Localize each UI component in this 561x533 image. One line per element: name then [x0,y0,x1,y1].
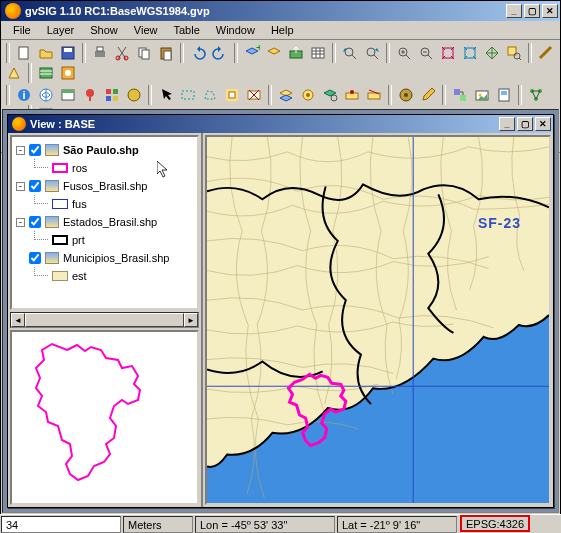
layer-label[interactable]: São Paulo.shp [63,144,139,156]
network-button[interactable] [526,85,546,105]
legend-swatch [52,235,68,245]
geoprocess-button[interactable] [396,85,416,105]
pan-button[interactable] [482,43,502,63]
view-minimize-button[interactable]: _ [499,117,515,131]
layer-visible-checkbox[interactable] [29,252,41,264]
layer-toc[interactable]: - São Paulo.shp ros - Fusos_B [10,135,199,310]
export-button[interactable] [286,43,306,63]
menu-show[interactable]: Show [82,22,126,38]
select-poly-button[interactable] [200,85,220,105]
undo-button[interactable] [188,43,208,63]
print-layout-button[interactable] [494,85,514,105]
minimize-button[interactable]: _ [506,4,522,18]
add-layer-button[interactable]: + [242,43,262,63]
layer-icon [45,216,59,228]
zoom-in-button[interactable] [394,43,414,63]
zoom-out-button[interactable] [416,43,436,63]
maximize-button[interactable]: ▢ [524,4,540,18]
layer-visible-checkbox[interactable] [29,216,41,228]
hyperlink-button[interactable] [36,85,56,105]
toc-layer-estados[interactable]: - Estados_Brasil.shp [16,213,193,231]
toc-layer-municipios[interactable]: Municipios_Brasil.shp [16,249,193,267]
tree-collapse-icon[interactable]: - [16,182,25,191]
info-button[interactable]: i [14,85,34,105]
measure-area-button[interactable] [4,63,24,83]
zoom-full-button[interactable] [438,43,458,63]
color-button[interactable] [124,85,144,105]
copy-button[interactable] [134,43,154,63]
menu-view[interactable]: View [126,22,166,38]
layer-visible-checkbox[interactable] [29,180,41,192]
svg-point-42 [306,93,310,97]
scroll-thumb[interactable] [25,313,184,327]
legend-label: ros [72,162,87,174]
svg-rect-37 [182,91,194,99]
clear-selection-button[interactable] [244,85,264,105]
toc-layer-sao-paulo[interactable]: - São Paulo.shp [16,141,193,159]
menu-window[interactable]: Window [208,22,263,38]
zoom-layer-button[interactable] [460,43,480,63]
invert-selection-button[interactable] [222,85,242,105]
layer-properties-button[interactable] [264,43,284,63]
select-by-point-button[interactable] [342,85,362,105]
export-image-button[interactable] [472,85,492,105]
edit-button[interactable] [418,85,438,105]
scale-input[interactable] [1,516,121,533]
menu-table[interactable]: Table [165,22,207,38]
redo-button[interactable] [210,43,230,63]
menu-layer[interactable]: Layer [39,22,83,38]
paste-button[interactable] [156,43,176,63]
svg-rect-31 [106,89,111,94]
catalog-button[interactable] [58,63,78,83]
pointer-button[interactable] [156,85,176,105]
svg-point-24 [65,70,71,76]
svg-point-30 [86,89,94,97]
svg-rect-33 [106,96,111,101]
table-button[interactable] [308,43,328,63]
toc-hscroll[interactable]: ◄ ► [10,312,199,328]
layer-visible-checkbox[interactable] [29,144,41,156]
toc-layer-fusos[interactable]: - Fusos_Brasil.shp [16,177,193,195]
layer-label[interactable]: Municipios_Brasil.shp [63,252,169,264]
svg-rect-2 [64,48,72,52]
toc-legend-fus: fus [16,195,193,213]
view-titlebar[interactable]: View : BASE _ ▢ ✕ [8,115,553,133]
svg-point-5 [116,56,120,60]
select-by-line-button[interactable] [364,85,384,105]
overview-map[interactable] [10,330,199,505]
new-project-button[interactable] [14,43,34,63]
map-canvas[interactable]: SF-23 [205,135,551,505]
legend-swatch [52,163,68,173]
scroll-right-button[interactable]: ► [184,313,198,327]
legend-swatch [52,199,68,209]
layer-label[interactable]: Fusos_Brasil.shp [63,180,147,192]
menu-file[interactable]: File [5,22,39,38]
save-button[interactable] [58,43,78,63]
locator-button[interactable] [80,85,100,105]
view-maximize-button[interactable]: ▢ [517,117,533,131]
select-by-buffer-button[interactable] [298,85,318,105]
open-button[interactable] [36,43,56,63]
close-button[interactable]: ✕ [542,4,558,18]
menu-help[interactable]: Help [263,22,302,38]
svg-point-36 [128,89,140,101]
tree-collapse-icon[interactable]: - [16,146,25,155]
svg-point-45 [350,90,354,94]
select-rect-button[interactable] [178,85,198,105]
select-by-theme-button[interactable] [320,85,340,105]
navtable-button[interactable] [36,63,56,83]
cut-button[interactable] [112,43,132,63]
measure-dist-button[interactable] [536,43,556,63]
select-by-layer-button[interactable] [276,85,296,105]
zoom-next-button[interactable] [362,43,382,63]
transform-button[interactable] [450,85,470,105]
zoom-previous-button[interactable] [340,43,360,63]
print-button[interactable] [90,43,110,63]
tree-collapse-icon[interactable]: - [16,218,25,227]
scroll-left-button[interactable]: ◄ [11,313,25,327]
attributes-button[interactable] [58,85,78,105]
view-close-button[interactable]: ✕ [535,117,551,131]
theme-button[interactable] [102,85,122,105]
layer-label[interactable]: Estados_Brasil.shp [63,216,157,228]
zoom-selection-button[interactable] [504,43,524,63]
